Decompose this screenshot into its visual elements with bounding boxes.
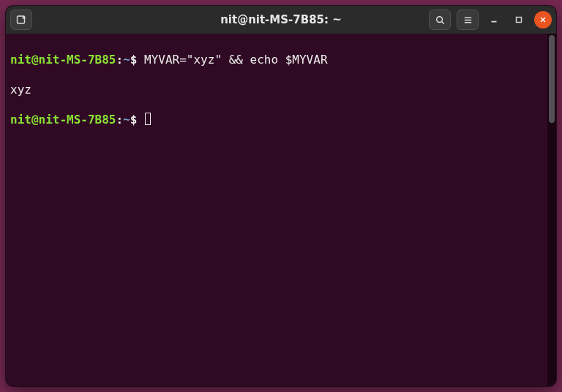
text-cursor	[145, 113, 151, 125]
prompt-userhost: nit@nit-MS-7B85	[10, 53, 116, 67]
maximize-button[interactable]	[509, 10, 528, 30]
terminal-body[interactable]: nit@nit-MS-7B85:~$ MYVAR="xyz" && echo $…	[6, 34, 547, 386]
svg-rect-10	[517, 18, 522, 23]
close-button[interactable]	[534, 11, 552, 29]
minimize-icon	[489, 15, 499, 25]
titlebar-left	[10, 10, 32, 30]
svg-point-4	[436, 16, 442, 22]
titlebar: nit@nit-MS-7B85: ~	[6, 6, 556, 34]
hamburger-icon	[462, 15, 473, 26]
prompt-userhost: nit@nit-MS-7B85	[10, 113, 116, 127]
terminal-window: nit@nit-MS-7B85: ~	[6, 6, 556, 386]
command-text	[137, 113, 144, 127]
menu-button[interactable]	[457, 10, 479, 30]
titlebar-right	[429, 10, 552, 30]
prompt-dollar: $	[130, 113, 138, 127]
prompt-path: ~	[123, 113, 130, 127]
command-text: MYVAR="xyz" && echo $MYVAR	[137, 53, 327, 67]
minimize-button[interactable]	[484, 10, 503, 30]
new-tab-button[interactable]	[10, 10, 32, 30]
terminal-line: nit@nit-MS-7B85:~$ MYVAR="xyz" && echo $…	[10, 53, 543, 67]
scrollbar[interactable]	[547, 34, 556, 386]
close-icon	[539, 15, 547, 24]
terminal-viewport: nit@nit-MS-7B85:~$ MYVAR="xyz" && echo $…	[6, 34, 556, 386]
terminal-line: nit@nit-MS-7B85:~$	[10, 113, 543, 127]
prompt-path: ~	[123, 53, 130, 67]
prompt-colon: :	[116, 113, 124, 127]
prompt-colon: :	[116, 53, 124, 67]
svg-line-5	[441, 21, 443, 23]
new-tab-icon	[15, 14, 27, 26]
output-line: xyz	[10, 83, 543, 97]
prompt-dollar: $	[130, 53, 138, 67]
maximize-icon	[514, 15, 524, 25]
scrollbar-thumb[interactable]	[549, 35, 555, 123]
search-icon	[435, 15, 446, 26]
search-button[interactable]	[429, 10, 451, 30]
